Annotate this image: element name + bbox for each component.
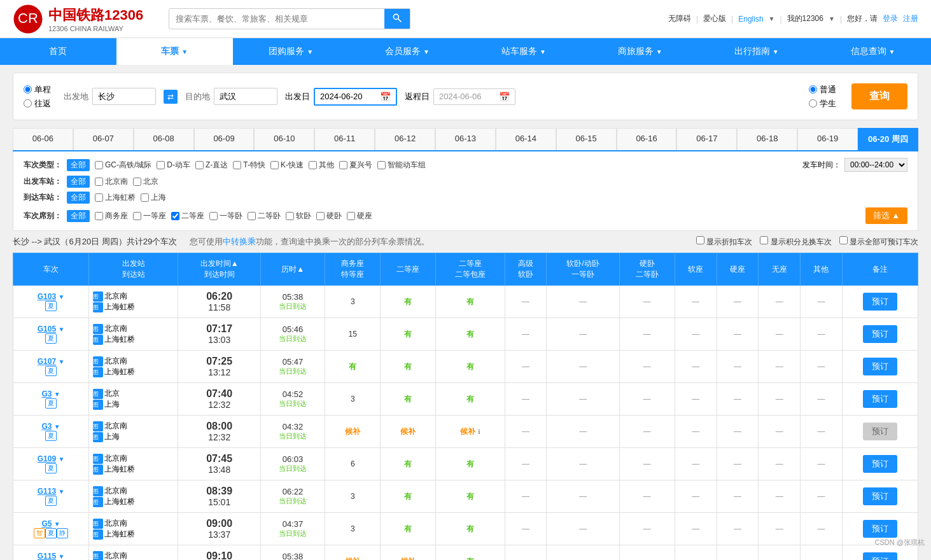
train-expand-arrow[interactable]: ▼ xyxy=(58,553,64,560)
train-expand-arrow[interactable]: ▼ xyxy=(54,423,60,430)
date-tab-0609[interactable]: 06-09 xyxy=(194,128,255,150)
book-button[interactable]: 预订 xyxy=(863,455,897,473)
avail-yes[interactable]: 有 xyxy=(466,459,474,468)
filter-t[interactable]: T-特快 xyxy=(233,160,265,171)
avail-wait[interactable]: 候补 xyxy=(460,427,475,436)
train-no-link[interactable]: G3 xyxy=(41,422,52,431)
lang-dropdown-arrow[interactable]: ▼ xyxy=(769,15,775,22)
date-tab-0614[interactable]: 06-14 xyxy=(496,128,556,150)
filter-d[interactable]: D-动车 xyxy=(157,160,190,171)
nav-ticket[interactable]: 车票 ▼ xyxy=(116,38,233,65)
my12306-dropdown-arrow[interactable]: ▼ xyxy=(829,15,835,22)
avail-wait[interactable]: 候补 xyxy=(400,427,416,436)
train-no-link[interactable]: G103 xyxy=(38,292,56,301)
language-link[interactable]: English xyxy=(738,15,763,24)
round-trip-radio[interactable]: 往返 xyxy=(24,98,51,109)
avail-yes[interactable]: 有 xyxy=(349,362,356,371)
login-link[interactable]: 登录 xyxy=(883,13,898,24)
nav-group[interactable]: 团购服务 ▼ xyxy=(233,38,349,65)
seat-all-tag[interactable]: 全部 xyxy=(67,210,90,222)
train-expand-arrow[interactable]: ▼ xyxy=(58,456,64,463)
date-tab-0613[interactable]: 06-13 xyxy=(435,128,496,150)
avail-wait[interactable]: 候补 xyxy=(400,557,416,561)
shai-button[interactable]: 筛选 ▲ xyxy=(865,207,907,224)
filter-rw[interactable]: 软卧 xyxy=(286,211,311,221)
book-button[interactable]: 预订 xyxy=(863,552,897,560)
date-tab-0615[interactable]: 06-15 xyxy=(556,128,617,150)
book-button[interactable]: 预订 xyxy=(863,293,897,311)
normal-ticket-radio[interactable]: 普通 xyxy=(809,84,836,95)
filter-hz[interactable]: 硬座 xyxy=(347,211,372,221)
avail-yes[interactable]: 有 xyxy=(466,524,474,533)
one-way-radio[interactable]: 单程 xyxy=(24,84,51,95)
avail-yes[interactable]: 有 xyxy=(404,459,412,468)
my12306-link[interactable]: 我的12306 xyxy=(787,13,823,24)
date-tab-0607[interactable]: 06-07 xyxy=(73,128,134,150)
avail-yes[interactable]: 有 xyxy=(466,297,474,306)
date-tab-0616[interactable]: 06-16 xyxy=(617,128,677,150)
date-tab-0610[interactable]: 06-10 xyxy=(254,128,314,150)
avail-yes[interactable]: 有 xyxy=(466,395,474,403)
date-tab-0608[interactable]: 06-08 xyxy=(134,128,194,150)
depart-calendar-icon[interactable]: 📅 xyxy=(380,92,391,102)
filter-hw[interactable]: 硬卧 xyxy=(316,211,342,221)
book-button[interactable]: 预订 xyxy=(863,487,897,505)
arrive-station-all-tag[interactable]: 全部 xyxy=(67,192,90,204)
love-edition-link[interactable]: 爱心版 xyxy=(703,13,726,24)
avail-num[interactable]: 3 xyxy=(351,395,355,403)
train-no-link[interactable]: G109 xyxy=(38,454,56,463)
avail-num[interactable]: 3 xyxy=(351,297,355,306)
filter-other[interactable]: 其他 xyxy=(309,160,334,171)
train-expand-arrow[interactable]: ▼ xyxy=(58,293,64,300)
swap-button[interactable]: ⇄ xyxy=(164,90,178,104)
date-tab-0619[interactable]: 06-19 xyxy=(797,128,858,150)
book-button[interactable]: 预订 xyxy=(863,520,897,538)
filter-ed[interactable]: 二等座 xyxy=(171,211,204,221)
filter-z[interactable]: Z-直达 xyxy=(195,160,228,171)
train-no-link[interactable]: G5 xyxy=(41,519,52,528)
filter-ew[interactable]: 二等卧 xyxy=(248,211,281,221)
info-icon[interactable]: ℹ xyxy=(478,428,480,435)
filter-gc[interactable]: GC-高铁/城际 xyxy=(95,160,151,171)
filter-sw[interactable]: 商务座 xyxy=(95,211,128,221)
time-select[interactable]: 00:00--24:00 xyxy=(844,158,907,172)
search-button[interactable] xyxy=(384,9,410,29)
filter-bj[interactable]: 北京 xyxy=(133,176,158,187)
avail-yes[interactable]: 有 xyxy=(404,492,412,501)
accessibility-link[interactable]: 无障碍 xyxy=(668,13,691,24)
avail-wait[interactable]: 候补 xyxy=(345,557,360,561)
avail-yes[interactable]: 有 xyxy=(404,524,412,533)
depart-station-all-tag[interactable]: 全部 xyxy=(67,176,90,188)
avail-yes[interactable]: 有 xyxy=(466,362,474,371)
train-expand-arrow[interactable]: ▼ xyxy=(54,391,60,398)
date-tab-0612[interactable]: 06-12 xyxy=(375,128,435,150)
train-no-link[interactable]: G3 xyxy=(41,389,52,398)
return-calendar-icon[interactable]: 📅 xyxy=(499,92,510,102)
date-tab-0617[interactable]: 06-17 xyxy=(676,128,737,150)
avail-yes[interactable]: 有 xyxy=(466,492,474,501)
filter-yw[interactable]: 一等卧 xyxy=(209,211,242,221)
from-input[interactable] xyxy=(92,88,156,105)
train-expand-arrow[interactable]: ▼ xyxy=(54,521,60,528)
date-tab-0618[interactable]: 06-18 xyxy=(737,128,797,150)
show-points-check[interactable]: 显示积分兑换车次 xyxy=(760,236,831,248)
search-input[interactable] xyxy=(169,10,384,27)
date-tab-0611[interactable]: 06-11 xyxy=(314,128,375,150)
avail-wait[interactable]: 候补 xyxy=(345,427,360,436)
train-expand-arrow[interactable]: ▼ xyxy=(58,488,64,495)
avail-num[interactable]: 3 xyxy=(351,492,355,501)
train-expand-arrow[interactable]: ▼ xyxy=(58,326,64,333)
avail-num[interactable]: 6 xyxy=(351,459,355,468)
book-button[interactable]: 预订 xyxy=(863,358,897,375)
avail-yes[interactable]: 有 xyxy=(466,330,474,339)
nav-member[interactable]: 会员服务 ▼ xyxy=(349,38,466,65)
return-date-input[interactable] xyxy=(439,92,496,101)
avail-yes[interactable]: 有 xyxy=(404,395,412,403)
filter-bjn[interactable]: 北京南 xyxy=(95,176,128,187)
filter-k[interactable]: K-快速 xyxy=(270,160,304,171)
show-all-check[interactable]: 显示全部可预订车次 xyxy=(839,236,918,248)
avail-yes[interactable]: 有 xyxy=(404,297,412,306)
query-button[interactable]: 查询 xyxy=(851,83,907,109)
train-no-link[interactable]: G107 xyxy=(38,357,56,366)
train-no-link[interactable]: G113 xyxy=(38,487,56,496)
